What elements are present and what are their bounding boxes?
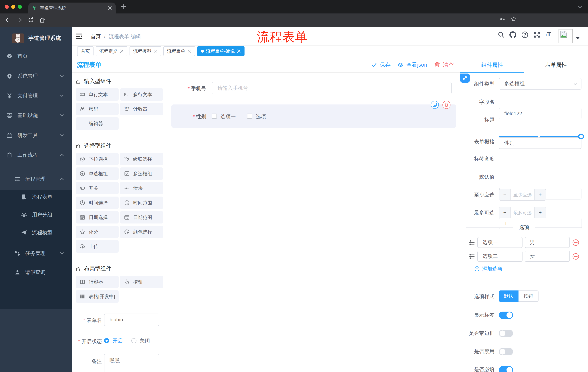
font-size-icon[interactable]: тT [545, 31, 551, 38]
sidebar-item-请假查询[interactable]: 请假查询 [0, 263, 72, 281]
avatar-caret-icon[interactable] [576, 37, 580, 39]
option-label-input[interactable]: 选项二 [477, 251, 523, 262]
phone-input[interactable]: 请输入手机号 [212, 82, 452, 94]
option-remove-icon[interactable] [572, 239, 579, 246]
tag-首页[interactable]: 首页 [77, 46, 94, 56]
palette-item-行容器[interactable]: 行容器 [76, 276, 119, 288]
sidebar-item-工作流程[interactable]: 工作流程 [0, 146, 72, 164]
option-value-input[interactable]: 男 [525, 237, 570, 248]
back-icon[interactable] [4, 17, 11, 23]
selected-widget-gender[interactable]: * 性别 选项一 选项二 [171, 105, 456, 128]
option-value-input[interactable]: 女 [525, 251, 570, 262]
form-grid-slider[interactable] [499, 136, 581, 137]
switch-是否带边框[interactable] [499, 330, 513, 337]
sidebar-item-系统管理[interactable]: 系统管理 [0, 67, 72, 85]
palette-item-开关[interactable]: 开关 [76, 182, 119, 194]
palette-item-日期选择[interactable]: 日期选择 [76, 211, 119, 223]
component-type-select[interactable]: 多选框组 [499, 78, 581, 90]
switch-显示标签[interactable] [499, 312, 513, 319]
status-radio-on[interactable]: 开启 [104, 337, 123, 344]
option-remove-icon[interactable] [572, 253, 579, 260]
home-icon[interactable] [39, 17, 45, 23]
sidebar-item-支付管理[interactable]: 支付管理 [0, 87, 72, 105]
new-tab-button[interactable] [120, 4, 126, 10]
traffic-zoom-button[interactable] [18, 5, 22, 9]
palette-item-多行文本[interactable]: 多行文本 [120, 88, 163, 101]
checkbox-option2[interactable] [247, 114, 252, 119]
option-drag-icon[interactable] [469, 253, 475, 260]
traffic-minimize-button[interactable] [11, 5, 15, 9]
palette-item-多选框组[interactable]: 多选框组 [120, 167, 163, 180]
palette-item-日期范围[interactable]: 日期范围 [120, 211, 163, 223]
traffic-close-button[interactable] [5, 5, 9, 9]
save-button[interactable]: 保存 [371, 61, 391, 69]
stepper-plus-button[interactable]: + [534, 207, 546, 218]
forward-icon[interactable] [16, 17, 23, 23]
option-drag-icon[interactable] [469, 240, 475, 246]
palette-item-计数器[interactable]: 123计数器 [120, 103, 163, 115]
status-radio-off[interactable]: 关闭 [131, 337, 150, 344]
tag-流程表单-编辑[interactable]: 流程表单-编辑 [197, 46, 244, 56]
tab-search-chevron-icon[interactable] [578, 5, 582, 9]
style-default-button[interactable]: 默认 [499, 290, 518, 302]
add-option-button[interactable]: 添加选项 [474, 265, 503, 272]
bookmark-star-icon[interactable] [511, 16, 517, 22]
stepper-plus-button[interactable]: + [534, 189, 546, 200]
search-icon[interactable] [498, 31, 505, 38]
fullscreen-icon[interactable] [533, 31, 540, 38]
switch-是否必填[interactable] [499, 366, 513, 372]
tag-close-icon[interactable] [237, 49, 241, 53]
sidebar-item-任务管理[interactable]: 任务管理 [0, 244, 72, 262]
widget-copy-button[interactable] [431, 101, 439, 109]
password-key-icon[interactable] [499, 16, 505, 22]
breadcrumb-home[interactable]: 首页 [91, 34, 101, 39]
stepper-minus-button[interactable]: − [499, 207, 511, 218]
slider-handle[interactable] [578, 134, 584, 139]
panel-input-标题[interactable]: 性别 [499, 137, 581, 149]
palette-item-单选框组[interactable]: 单选框组 [76, 167, 119, 180]
tab-close-icon[interactable] [108, 6, 112, 10]
palette-item-评分[interactable]: 评分 [76, 226, 119, 238]
sidebar-item-研发工具[interactable]: 研发工具 [0, 126, 72, 145]
sidebar-item-流程模型[interactable]: 流程模型 [0, 223, 72, 242]
tag-流程表单[interactable]: 流程表单 [163, 46, 195, 56]
widget-delete-button[interactable] [442, 101, 451, 109]
palette-item-颜色选择[interactable]: 颜色选择 [120, 226, 163, 238]
panel-input-字段名[interactable]: field122 [499, 108, 581, 119]
sidebar-item-首页[interactable]: 首页 [0, 47, 72, 65]
switch-是否禁用[interactable] [499, 348, 513, 355]
reload-icon[interactable] [28, 17, 34, 23]
avatar[interactable] [558, 29, 573, 43]
palette-item-密码[interactable]: 密码 [76, 103, 119, 115]
stepper-placeholder[interactable]: 最多可选 [511, 207, 534, 218]
form-remark-textarea[interactable]: 嘿嘿 [104, 354, 159, 372]
palette-item-表格[开发中][interactable]: 表格[开发中] [76, 290, 119, 303]
palette-item-单行文本[interactable]: 单行文本 [76, 88, 119, 101]
sidebar-item-流程管理[interactable]: 流程管理 [0, 170, 72, 188]
style-button-button[interactable]: 按钮 [518, 290, 538, 302]
option-label-input[interactable]: 选项一 [477, 237, 523, 248]
help-icon[interactable] [521, 31, 528, 38]
stepper-minus-button[interactable]: − [499, 189, 511, 200]
hamburger-icon[interactable] [76, 33, 83, 39]
sidebar-item-用户分组[interactable]: 用户分组 [0, 206, 72, 224]
palette-item-编辑器[interactable]: 编辑器 [76, 117, 119, 130]
sidebar-logo[interactable]: 芋道管理系统 [0, 30, 72, 47]
palette-item-上传[interactable]: 上传 [76, 240, 119, 253]
stepper-placeholder[interactable]: 至少应选 [511, 189, 534, 200]
tag-流程模型[interactable]: 流程模型 [129, 46, 161, 56]
sidebar-item-流程表单[interactable]: 流程表单 [0, 188, 72, 206]
browser-tab[interactable]: 芋道管理系统 [28, 2, 116, 13]
palette-item-下拉选择[interactable]: 下拉选择 [76, 153, 119, 165]
form-name-input[interactable]: biubiu [104, 314, 159, 326]
checkbox-option1[interactable] [212, 114, 217, 119]
tag-close-icon[interactable] [120, 49, 124, 53]
palette-item-滑块[interactable]: 滑块 [120, 182, 163, 194]
tag-流程定义[interactable]: 流程定义 [96, 46, 127, 56]
view-json-button[interactable]: 查看json [398, 61, 427, 69]
palette-item-时间选择[interactable]: 时间选择 [76, 197, 119, 209]
sidebar-item-基础设施[interactable]: 基础设施 [0, 106, 72, 125]
palette-item-级联选择[interactable]: 级联选择 [120, 153, 163, 165]
palette-item-按钮[interactable]: 按钮 [120, 276, 163, 288]
tag-close-icon[interactable] [154, 49, 158, 53]
